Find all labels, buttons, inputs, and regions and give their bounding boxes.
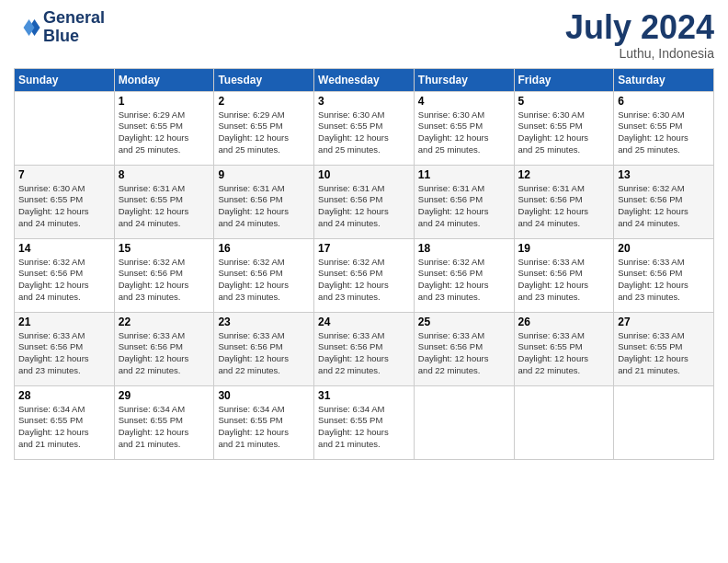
day-number: 18 bbox=[418, 242, 510, 255]
weekday-header-wednesday: Wednesday bbox=[314, 68, 415, 91]
day-number: 28 bbox=[18, 389, 110, 402]
calendar-cell: 22Sunrise: 6:33 AM Sunset: 6:56 PM Dayli… bbox=[114, 312, 214, 385]
day-info: Sunrise: 6:31 AM Sunset: 6:56 PM Dayligh… bbox=[218, 183, 310, 230]
logo-icon bbox=[14, 14, 41, 41]
weekday-header-tuesday: Tuesday bbox=[214, 68, 314, 91]
weekday-header-saturday: Saturday bbox=[614, 68, 714, 91]
calendar-cell: 20Sunrise: 6:33 AM Sunset: 6:56 PM Dayli… bbox=[614, 238, 714, 312]
weekday-header-thursday: Thursday bbox=[414, 68, 514, 91]
day-info: Sunrise: 6:32 AM Sunset: 6:56 PM Dayligh… bbox=[318, 257, 410, 304]
day-number: 9 bbox=[218, 168, 310, 181]
calendar-cell: 28Sunrise: 6:34 AM Sunset: 6:55 PM Dayli… bbox=[15, 385, 115, 459]
day-number: 29 bbox=[119, 389, 210, 402]
calendar-cell: 25Sunrise: 6:33 AM Sunset: 6:56 PM Dayli… bbox=[414, 312, 514, 385]
day-number: 31 bbox=[318, 389, 410, 402]
day-info: Sunrise: 6:31 AM Sunset: 6:56 PM Dayligh… bbox=[318, 183, 410, 230]
day-info: Sunrise: 6:33 AM Sunset: 6:55 PM Dayligh… bbox=[618, 330, 710, 377]
day-info: Sunrise: 6:30 AM Sunset: 6:55 PM Dayligh… bbox=[618, 109, 710, 156]
calendar-cell: 18Sunrise: 6:32 AM Sunset: 6:56 PM Dayli… bbox=[414, 238, 514, 312]
month-title: July 2024 bbox=[565, 9, 714, 46]
day-info: Sunrise: 6:32 AM Sunset: 6:56 PM Dayligh… bbox=[418, 257, 510, 304]
calendar-cell: 16Sunrise: 6:32 AM Sunset: 6:56 PM Dayli… bbox=[214, 238, 314, 312]
page-container: General Blue July 2024 Luthu, Indonesia … bbox=[0, 0, 728, 469]
calendar-cell: 24Sunrise: 6:33 AM Sunset: 6:56 PM Dayli… bbox=[314, 312, 415, 385]
day-number: 25 bbox=[418, 316, 510, 328]
calendar-week-1: 1Sunrise: 6:29 AM Sunset: 6:55 PM Daylig… bbox=[15, 91, 714, 165]
day-number: 11 bbox=[418, 168, 510, 181]
day-number: 15 bbox=[119, 242, 210, 255]
day-number: 3 bbox=[318, 95, 410, 108]
calendar-cell: 30Sunrise: 6:34 AM Sunset: 6:55 PM Dayli… bbox=[214, 385, 314, 459]
day-number: 16 bbox=[218, 242, 310, 255]
day-info: Sunrise: 6:33 AM Sunset: 6:56 PM Dayligh… bbox=[218, 330, 310, 377]
calendar-cell: 17Sunrise: 6:32 AM Sunset: 6:56 PM Dayli… bbox=[314, 238, 415, 312]
logo: General Blue bbox=[14, 9, 105, 46]
calendar-cell: 15Sunrise: 6:32 AM Sunset: 6:56 PM Dayli… bbox=[114, 238, 214, 312]
day-info: Sunrise: 6:32 AM Sunset: 6:56 PM Dayligh… bbox=[18, 257, 110, 304]
calendar-cell bbox=[614, 385, 714, 459]
day-info: Sunrise: 6:29 AM Sunset: 6:55 PM Dayligh… bbox=[218, 109, 310, 156]
day-number: 23 bbox=[218, 316, 310, 328]
calendar-week-3: 14Sunrise: 6:32 AM Sunset: 6:56 PM Dayli… bbox=[15, 238, 714, 312]
day-info: Sunrise: 6:30 AM Sunset: 6:55 PM Dayligh… bbox=[418, 109, 510, 156]
day-info: Sunrise: 6:32 AM Sunset: 6:56 PM Dayligh… bbox=[119, 257, 210, 304]
calendar-cell: 19Sunrise: 6:33 AM Sunset: 6:56 PM Dayli… bbox=[514, 238, 614, 312]
title-block: July 2024 Luthu, Indonesia bbox=[565, 9, 714, 61]
logo-text: General Blue bbox=[43, 9, 105, 46]
day-number: 2 bbox=[218, 95, 310, 108]
weekday-header-friday: Friday bbox=[514, 68, 614, 91]
day-number: 19 bbox=[518, 242, 610, 255]
day-number: 26 bbox=[518, 316, 610, 328]
weekday-header-sunday: Sunday bbox=[15, 68, 115, 91]
calendar-cell: 8Sunrise: 6:31 AM Sunset: 6:55 PM Daylig… bbox=[114, 165, 214, 238]
day-info: Sunrise: 6:34 AM Sunset: 6:55 PM Dayligh… bbox=[318, 404, 410, 451]
calendar-cell: 9Sunrise: 6:31 AM Sunset: 6:56 PM Daylig… bbox=[214, 165, 314, 238]
day-info: Sunrise: 6:33 AM Sunset: 6:56 PM Dayligh… bbox=[18, 330, 110, 377]
day-info: Sunrise: 6:34 AM Sunset: 6:55 PM Dayligh… bbox=[18, 404, 110, 451]
day-info: Sunrise: 6:33 AM Sunset: 6:56 PM Dayligh… bbox=[618, 257, 710, 304]
header: General Blue July 2024 Luthu, Indonesia bbox=[14, 9, 714, 61]
calendar-week-2: 7Sunrise: 6:30 AM Sunset: 6:55 PM Daylig… bbox=[15, 165, 714, 238]
day-number: 21 bbox=[18, 316, 110, 328]
day-info: Sunrise: 6:31 AM Sunset: 6:56 PM Dayligh… bbox=[418, 183, 510, 230]
calendar-cell: 10Sunrise: 6:31 AM Sunset: 6:56 PM Dayli… bbox=[314, 165, 415, 238]
calendar-cell bbox=[15, 91, 115, 165]
day-info: Sunrise: 6:34 AM Sunset: 6:55 PM Dayligh… bbox=[218, 404, 310, 451]
calendar-cell: 3Sunrise: 6:30 AM Sunset: 6:55 PM Daylig… bbox=[314, 91, 415, 165]
calendar-cell: 6Sunrise: 6:30 AM Sunset: 6:55 PM Daylig… bbox=[614, 91, 714, 165]
calendar-week-5: 28Sunrise: 6:34 AM Sunset: 6:55 PM Dayli… bbox=[15, 385, 714, 459]
calendar-cell: 7Sunrise: 6:30 AM Sunset: 6:55 PM Daylig… bbox=[15, 165, 115, 238]
calendar-cell: 4Sunrise: 6:30 AM Sunset: 6:55 PM Daylig… bbox=[414, 91, 514, 165]
weekday-header-monday: Monday bbox=[114, 68, 214, 91]
day-info: Sunrise: 6:32 AM Sunset: 6:56 PM Dayligh… bbox=[218, 257, 310, 304]
calendar-cell: 21Sunrise: 6:33 AM Sunset: 6:56 PM Dayli… bbox=[15, 312, 115, 385]
calendar-cell bbox=[414, 385, 514, 459]
day-info: Sunrise: 6:31 AM Sunset: 6:56 PM Dayligh… bbox=[518, 183, 610, 230]
weekday-header-row: SundayMondayTuesdayWednesdayThursdayFrid… bbox=[15, 68, 714, 91]
day-number: 10 bbox=[318, 168, 410, 181]
calendar-table: SundayMondayTuesdayWednesdayThursdayFrid… bbox=[14, 68, 714, 460]
day-info: Sunrise: 6:34 AM Sunset: 6:55 PM Dayligh… bbox=[119, 404, 210, 451]
calendar-week-4: 21Sunrise: 6:33 AM Sunset: 6:56 PM Dayli… bbox=[15, 312, 714, 385]
day-info: Sunrise: 6:31 AM Sunset: 6:55 PM Dayligh… bbox=[119, 183, 210, 230]
day-number: 27 bbox=[618, 316, 710, 328]
day-info: Sunrise: 6:30 AM Sunset: 6:55 PM Dayligh… bbox=[318, 109, 410, 156]
calendar-cell: 11Sunrise: 6:31 AM Sunset: 6:56 PM Dayli… bbox=[414, 165, 514, 238]
day-info: Sunrise: 6:30 AM Sunset: 6:55 PM Dayligh… bbox=[518, 109, 610, 156]
calendar-cell: 26Sunrise: 6:33 AM Sunset: 6:55 PM Dayli… bbox=[514, 312, 614, 385]
location: Luthu, Indonesia bbox=[565, 46, 714, 61]
calendar-cell: 13Sunrise: 6:32 AM Sunset: 6:56 PM Dayli… bbox=[614, 165, 714, 238]
calendar-cell: 27Sunrise: 6:33 AM Sunset: 6:55 PM Dayli… bbox=[614, 312, 714, 385]
day-info: Sunrise: 6:32 AM Sunset: 6:56 PM Dayligh… bbox=[618, 183, 710, 230]
calendar-cell: 31Sunrise: 6:34 AM Sunset: 6:55 PM Dayli… bbox=[314, 385, 415, 459]
day-number: 1 bbox=[119, 95, 210, 108]
calendar-cell: 29Sunrise: 6:34 AM Sunset: 6:55 PM Dayli… bbox=[114, 385, 214, 459]
day-number: 8 bbox=[119, 168, 210, 181]
day-info: Sunrise: 6:30 AM Sunset: 6:55 PM Dayligh… bbox=[18, 183, 110, 230]
day-number: 12 bbox=[518, 168, 610, 181]
day-info: Sunrise: 6:33 AM Sunset: 6:56 PM Dayligh… bbox=[418, 330, 510, 377]
day-info: Sunrise: 6:33 AM Sunset: 6:56 PM Dayligh… bbox=[318, 330, 410, 377]
day-info: Sunrise: 6:33 AM Sunset: 6:56 PM Dayligh… bbox=[119, 330, 210, 377]
day-info: Sunrise: 6:33 AM Sunset: 6:56 PM Dayligh… bbox=[518, 257, 610, 304]
day-number: 17 bbox=[318, 242, 410, 255]
